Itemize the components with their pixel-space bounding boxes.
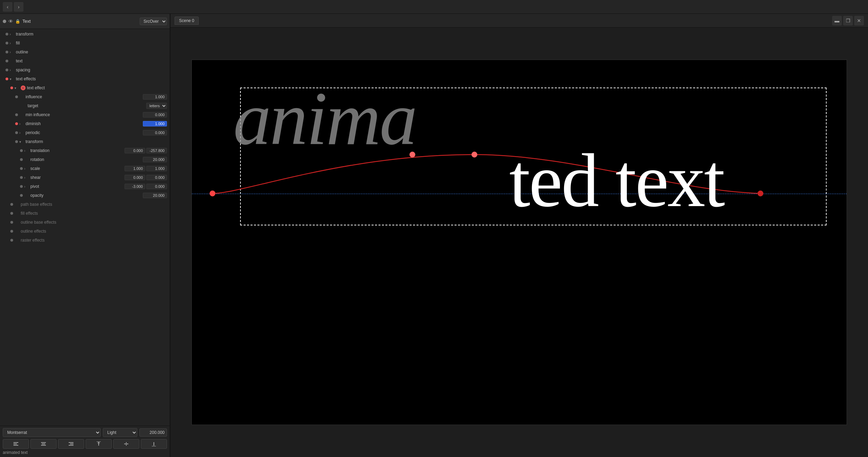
- expand-arrow-open[interactable]: [10, 77, 14, 81]
- expand-arrow[interactable]: [24, 167, 29, 171]
- influence-value[interactable]: 1.000: [143, 94, 167, 100]
- min-influence-value[interactable]: 0.000: [143, 112, 167, 118]
- prop-label: spacing: [16, 68, 167, 72]
- font-family-select[interactable]: Montserrat Arial Georgia: [3, 428, 101, 437]
- prop-transform[interactable]: transform: [0, 30, 170, 39]
- periodic-value[interactable]: 0.000: [143, 130, 167, 135]
- prop-text-effect[interactable]: ⊙ text effect: [0, 83, 170, 92]
- lock-icon[interactable]: 🔒: [15, 19, 20, 24]
- align-right-btn[interactable]: [58, 439, 84, 449]
- svg-point-18: [210, 191, 215, 196]
- prop-fill[interactable]: fill: [0, 39, 170, 48]
- expand-arrow-open[interactable]: [19, 140, 24, 144]
- pivot-y[interactable]: 0.000: [146, 184, 167, 189]
- prop-dot: [20, 194, 23, 197]
- expand-arrow[interactable]: [10, 32, 14, 36]
- prop-label: influence: [26, 94, 141, 99]
- align-bottom-btn[interactable]: [141, 439, 167, 449]
- prop-label: rotation: [30, 157, 141, 162]
- prop-label: opacity: [30, 193, 141, 198]
- prop-dot: [15, 95, 18, 98]
- prop-label-dim: outline base effects: [21, 220, 167, 225]
- translation-y[interactable]: -257.800: [146, 148, 167, 153]
- rotation-value[interactable]: 20.000: [143, 157, 167, 162]
- expand-arrow-open[interactable]: [14, 86, 19, 90]
- prop-dot-red: [6, 78, 8, 80]
- prop-dot: [6, 51, 8, 53]
- shear-values: 0.000 0.000: [125, 175, 167, 180]
- prop-label: translation: [30, 148, 123, 153]
- prop-outline[interactable]: outline: [0, 48, 170, 57]
- prop-label: text effects: [16, 77, 167, 81]
- scale-y[interactable]: 1.000: [146, 166, 167, 171]
- restore-button[interactable]: ❐: [843, 16, 853, 26]
- effect-icon: ⊙: [21, 85, 26, 90]
- visibility-icon[interactable]: 👁: [8, 19, 13, 24]
- expand-arrow[interactable]: [19, 122, 24, 126]
- close-button[interactable]: ✕: [854, 16, 864, 26]
- prop-dot: [10, 221, 13, 224]
- expand-arrow[interactable]: [24, 185, 29, 189]
- shear-y[interactable]: 0.000: [146, 175, 167, 180]
- target-select[interactable]: letters words lines: [146, 103, 167, 109]
- prev-button[interactable]: ‹: [3, 2, 12, 12]
- prop-influence: influence 1.000: [0, 92, 170, 101]
- expand-arrow[interactable]: [24, 149, 29, 153]
- prop-label: text effect: [27, 85, 167, 90]
- font-weight-select[interactable]: Thin Light Regular Medium Bold: [103, 428, 137, 437]
- prop-label: min influence: [26, 112, 141, 117]
- prop-dot: [20, 176, 23, 179]
- pivot-x[interactable]: -3.000: [125, 184, 145, 189]
- translation-x[interactable]: 0.000: [125, 148, 145, 153]
- prop-raster-effects: raster effects: [0, 236, 170, 245]
- right-panel: Scene 0 ▬ ❐ ✕: [170, 14, 868, 457]
- blend-mode-select[interactable]: SrcOver SrcIn SrcOut Screen Multiply: [140, 18, 167, 25]
- align-left-btn[interactable]: [3, 439, 29, 449]
- prop-label: transform: [26, 139, 167, 144]
- prop-dot: [6, 69, 8, 71]
- expand-arrow[interactable]: [10, 50, 14, 54]
- align-center-btn[interactable]: [30, 439, 57, 449]
- prop-min-influence: min influence 0.000: [0, 110, 170, 119]
- next-button[interactable]: ›: [14, 2, 23, 12]
- expand-arrow[interactable]: [19, 131, 24, 135]
- align-top-btn[interactable]: [86, 439, 112, 449]
- prop-dot-red: [10, 87, 13, 89]
- scene-controls: ▬ ❐ ✕: [832, 16, 864, 26]
- prop-diminish[interactable]: diminish 1.000: [0, 119, 170, 128]
- diminish-value[interactable]: 1.000: [143, 121, 167, 126]
- prop-label: text: [16, 59, 167, 63]
- prop-spacing[interactable]: spacing: [0, 65, 170, 74]
- opacity-value[interactable]: 20.000: [143, 193, 167, 198]
- prop-text-effects[interactable]: text effects: [0, 74, 170, 83]
- align-middle-btn[interactable]: [113, 439, 139, 449]
- prop-text[interactable]: text: [0, 57, 170, 65]
- canvas-area: anima ted text: [170, 28, 868, 457]
- prop-label-dim: fill effects: [21, 211, 167, 216]
- prop-label: scale: [30, 166, 123, 171]
- prop-scale[interactable]: scale 1.000 1.000: [0, 164, 170, 173]
- prop-periodic[interactable]: periodic 0.000: [0, 128, 170, 137]
- layer-dot: [3, 20, 6, 23]
- prop-label: shear: [30, 175, 123, 180]
- bottom-toolbar: Montserrat Arial Georgia Thin Light Regu…: [0, 426, 170, 457]
- expand-arrow[interactable]: [24, 176, 29, 180]
- font-size-input[interactable]: [139, 428, 167, 437]
- text-content: animated text: [3, 449, 167, 455]
- prop-dot: [6, 60, 8, 62]
- expand-arrow[interactable]: [10, 68, 14, 72]
- layer-title: Text: [22, 19, 138, 24]
- prop-pivot[interactable]: pivot -3.000 0.000: [0, 182, 170, 191]
- prop-label: fill: [16, 41, 167, 45]
- scene-tab[interactable]: Scene 0: [175, 17, 199, 25]
- prop-label: transform: [16, 32, 167, 37]
- scale-x[interactable]: 1.000: [125, 166, 145, 171]
- shear-x[interactable]: 0.000: [125, 175, 145, 180]
- prop-dot: [10, 239, 13, 242]
- expand-arrow[interactable]: [10, 41, 14, 45]
- prop-transform-inner[interactable]: transform: [0, 137, 170, 146]
- minimize-button[interactable]: ▬: [832, 16, 842, 26]
- prop-dot: [10, 203, 13, 206]
- prop-shear[interactable]: shear 0.000 0.000: [0, 173, 170, 182]
- pivot-values: -3.000 0.000: [125, 184, 167, 189]
